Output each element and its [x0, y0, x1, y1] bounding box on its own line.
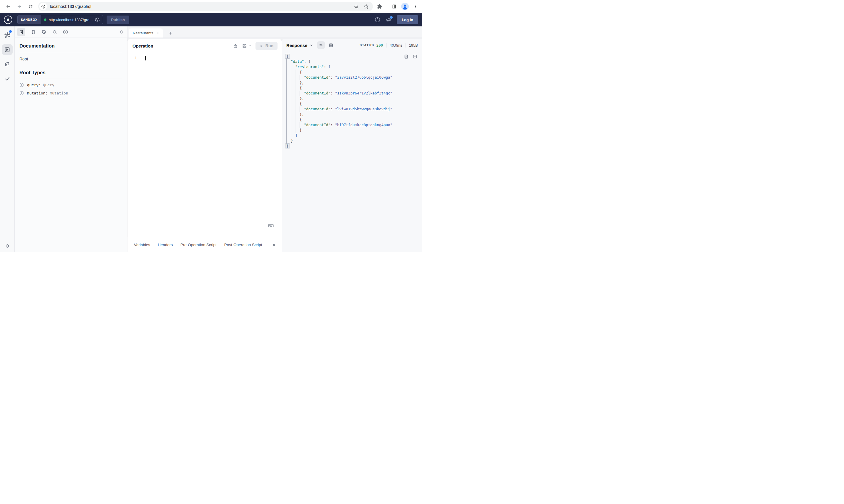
url-text: localhost:1337/graphql [50, 4, 354, 9]
tab-restaurants[interactable]: Restaurants [128, 29, 163, 38]
line-number: 1 [127, 55, 140, 237]
response-dropdown-chevron-icon[interactable] [310, 43, 313, 47]
announcements-icon[interactable] [385, 17, 392, 23]
new-tab-button[interactable] [168, 31, 173, 36]
save-operation-button[interactable] [242, 43, 252, 49]
response-json-line: "documentId": "lviw819d5htwvga8s3kovdij" [286, 107, 417, 112]
bottom-tab-variables[interactable]: Variables [134, 242, 150, 247]
apollo-logo[interactable]: A [4, 16, 12, 24]
table-icon [329, 43, 333, 48]
chevrons-left-icon [120, 30, 124, 34]
response-json-line: "documentId": "bf97tfdumkcc8ptahkng4puo" [286, 122, 417, 128]
endpoint-url-text: http://localhost:1337/gra... [49, 18, 93, 22]
response-json-line: } [286, 128, 417, 133]
chevron-down-icon [248, 44, 252, 47]
collapse-panel-button[interactable] [120, 30, 124, 34]
forward-button[interactable] [15, 2, 23, 11]
operation-tab-strip: Restaurants [127, 26, 422, 38]
copy-response-button[interactable] [404, 54, 409, 59]
endpoint-url-input[interactable]: http://localhost:1337/gra... [41, 15, 103, 24]
divider [19, 52, 122, 52]
operation-editor[interactable]: 1 [127, 53, 282, 237]
doc-field-mutation[interactable]: mutation:Mutation [19, 91, 122, 95]
endpoint-status-dot [44, 18, 47, 21]
reload-icon [28, 4, 33, 9]
response-json-view: {"data": {"restaurants": [{"documentId":… [282, 51, 422, 252]
zoom-out-icon[interactable] [354, 4, 359, 9]
toolbar-divider [387, 4, 387, 9]
tab-history[interactable] [41, 29, 47, 35]
plus-icon [168, 31, 173, 36]
doc-root-link[interactable]: Root [19, 57, 28, 61]
tab-saved-operations[interactable] [31, 30, 36, 35]
history-icon [41, 29, 47, 35]
response-json-line: { [286, 70, 417, 75]
response-json-line: "restaurants": [ [286, 64, 417, 70]
response-json-line: }, [286, 96, 417, 101]
view-raw-toggle[interactable] [317, 41, 325, 49]
tab-settings[interactable] [63, 29, 68, 35]
run-operations-icon [4, 47, 10, 53]
response-json-line: }, [286, 80, 417, 85]
address-bar[interactable]: localhost:1337/graphql [38, 2, 373, 11]
browser-toolbar: localhost:1337/graphql [0, 0, 422, 13]
run-label: Run [265, 43, 273, 48]
save-icon [242, 43, 247, 49]
bottom-tab-post-operation-script[interactable]: Post-Operation Script [224, 242, 262, 247]
login-button[interactable]: Log in [397, 15, 418, 24]
profile-avatar[interactable] [401, 3, 409, 10]
editor-cursor [145, 56, 146, 60]
back-button[interactable] [4, 2, 12, 11]
plus-circle-icon [19, 91, 24, 95]
sidebar-item-collections[interactable] [2, 59, 13, 69]
forward-icon [17, 4, 22, 9]
view-table-toggle[interactable] [327, 41, 335, 49]
share-operation-button[interactable] [233, 43, 238, 49]
download-icon [413, 54, 417, 59]
root-types-title: Root Types [19, 70, 122, 75]
gear-icon [63, 29, 68, 35]
expand-section-button[interactable] [272, 242, 276, 247]
sidebar-item-schema[interactable] [2, 30, 13, 40]
download-response-button[interactable] [413, 54, 417, 59]
publish-button[interactable]: Publish [107, 16, 129, 24]
bottom-tab-headers[interactable]: Headers [158, 242, 173, 247]
left-icon-rail [0, 26, 15, 252]
sidebar-item-checks[interactable] [2, 73, 13, 84]
text-lines-icon [318, 43, 323, 48]
extensions-icon[interactable] [377, 4, 382, 9]
endpoint-group: SANDBOX http://localhost:1337/gra... [17, 15, 103, 24]
menu-kebab-icon[interactable] [413, 4, 418, 9]
expand-rail-button[interactable] [0, 244, 14, 249]
endpoint-settings-gear-icon[interactable] [95, 17, 100, 22]
notification-dot [390, 16, 393, 19]
close-tab-icon[interactable] [155, 31, 160, 36]
reload-button[interactable] [27, 2, 35, 11]
editor-bottom-bar: VariablesHeadersPre-Operation ScriptPost… [127, 237, 282, 252]
apollo-logo-letter: A [6, 18, 10, 22]
response-json-line: "documentId": "iavv1s2l27uoblqcjai06wga" [286, 75, 417, 80]
site-info-button[interactable] [39, 3, 47, 10]
search-icon [52, 30, 57, 35]
response-panel: Response STATUS 200 40.0ms [282, 39, 422, 252]
schema-graph-icon [4, 32, 11, 38]
response-json-line: "data": { [286, 59, 417, 64]
info-icon [41, 4, 46, 9]
documentation-title: Documentation [19, 43, 122, 49]
bookmark-star-icon[interactable] [364, 4, 369, 9]
tab-search[interactable] [52, 30, 57, 35]
doc-field-query[interactable]: query:Query [19, 83, 122, 87]
tab-documentation[interactable] [17, 28, 25, 36]
run-button[interactable]: Run [256, 42, 277, 50]
field-name: mutation: [27, 91, 48, 95]
sandbox-badge: SANDBOX [18, 15, 41, 24]
keyboard-shortcuts-icon[interactable] [268, 223, 274, 229]
bottom-tab-pre-operation-script[interactable]: Pre-Operation Script [180, 242, 217, 247]
sidebar-item-operations[interactable] [2, 44, 13, 55]
side-panel-icon[interactable] [392, 4, 397, 9]
response-json-line: { [286, 54, 417, 59]
plus-circle-icon [19, 83, 24, 87]
help-icon[interactable] [375, 17, 381, 23]
documentation-panel: Documentation Root Root Types query:Quer… [15, 26, 127, 252]
divider [406, 43, 406, 48]
